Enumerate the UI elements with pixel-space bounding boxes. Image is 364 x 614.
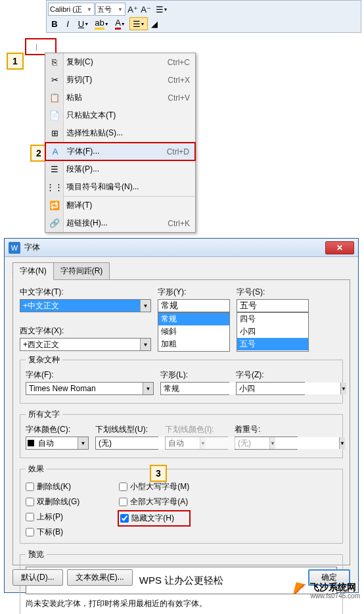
chevron-down-icon: ▼ [86, 7, 93, 12]
chevron-down-icon: ▼ [143, 383, 153, 394]
preview-note: 尚未安装此字体，打印时将采用最相近的有效字体。 [26, 598, 337, 609]
chevron-down-icon: ▼ [117, 7, 124, 12]
tab-spacing[interactable]: 字符间距(R) [53, 262, 110, 280]
size-listbox[interactable]: 四号 小四 五号 [237, 312, 309, 352]
underline-button[interactable]: U▼ [74, 17, 93, 30]
paste-special-icon: ⊞ [49, 128, 60, 139]
font-color-combo[interactable]: ▼ [26, 437, 89, 450]
menu-bullets[interactable]: ⋮⋮ 项目符号和编号(N)... [45, 178, 195, 196]
style-listbox[interactable]: 常规 倾斜 加粗 [158, 312, 230, 352]
menu-hyperlink[interactable]: 🔗 超链接(H)... Ctrl+K [45, 214, 195, 232]
list-item[interactable]: 常规 [158, 313, 229, 325]
tab-font[interactable]: 字体(N) [12, 262, 54, 280]
translate-icon: 🔁 [49, 201, 60, 211]
complex-font-input[interactable] [26, 383, 143, 394]
font-color-input[interactable] [35, 437, 78, 449]
menu-paste-special[interactable]: ⊞ 选择性粘贴(S)... [45, 124, 195, 142]
paste-icon: 📋 [49, 93, 60, 103]
paste-text-icon: 📄 [49, 110, 60, 121]
menu-font[interactable]: A 字体(F)... Ctrl+D [45, 142, 196, 161]
superscript-checkbox[interactable]: 上标(P) [26, 511, 80, 523]
west-font-label: 西文字体(X): [20, 325, 151, 337]
style-label: 字形(Y): [158, 287, 230, 298]
font-dialog: W 字体 ✕ 字体(N) 字符间距(R) 中文字体(T): ▼ 西文字体(X): [4, 238, 359, 593]
font-color-button[interactable]: A▼ [111, 17, 129, 30]
chevron-down-icon: ▼ [339, 437, 345, 449]
complex-legend: 复杂文种 [26, 354, 62, 366]
list-item[interactable]: 倾斜 [158, 325, 229, 338]
text-effects-button[interactable]: 文本效果(E)... [67, 569, 133, 586]
line-spacing-button[interactable]: ☰▼ [152, 3, 171, 16]
alltext-legend: 所有文字 [26, 409, 62, 420]
effects-legend: 效果 [26, 463, 47, 475]
decrease-font-button[interactable]: A⁻ [139, 3, 152, 16]
strike-checkbox[interactable]: 删除线(K) [26, 481, 80, 492]
complex-font-combo[interactable]: ▼ [26, 382, 154, 395]
bold-button[interactable]: B [48, 17, 61, 30]
font-size-input[interactable] [97, 5, 117, 13]
subscript-checkbox[interactable]: 下标(B) [26, 527, 80, 538]
copy-icon: ⎘ [49, 57, 60, 68]
size-input[interactable] [237, 299, 309, 312]
menu-copy[interactable]: ⎘ 复制(C) Ctrl+C [45, 53, 195, 71]
default-button[interactable]: 默认(D)... [12, 569, 63, 586]
style-input[interactable] [158, 299, 230, 312]
callout-1: 1 [7, 53, 24, 70]
list-item[interactable]: 小四 [237, 325, 308, 338]
dialog-title: 字体 [24, 242, 325, 253]
watermark-url: www.fs0745.com [310, 592, 360, 600]
close-button[interactable]: ✕ [325, 241, 354, 254]
menu-paste[interactable]: 📋 粘贴 Ctrl+V [45, 89, 195, 106]
complex-font-label: 字体(F): [26, 369, 154, 381]
font-family-combo[interactable]: ▼ [48, 3, 95, 16]
emphasis-label: 着重号: [235, 424, 298, 435]
underline-style-combo[interactable]: ▼ [95, 437, 158, 450]
list-item[interactable]: 五号 [237, 338, 308, 350]
bullets-icon: ⋮⋮ [49, 182, 60, 193]
list-item[interactable]: 四号 [237, 313, 308, 325]
italic-button[interactable]: I [61, 17, 74, 30]
font-size-combo[interactable]: ▼ [95, 3, 125, 16]
eraser-button[interactable]: ◢ [148, 17, 161, 30]
complex-style-combo[interactable]: ▼ [160, 382, 229, 395]
chevron-down-icon: ▼ [140, 300, 150, 312]
west-font-combo[interactable]: ▼ [20, 338, 151, 351]
app-icon: W [9, 242, 20, 254]
chevron-down-icon: ▼ [340, 383, 346, 394]
watermark-icon [293, 582, 307, 597]
menu-cut[interactable]: ✂ 剪切(T) Ctrl+X [45, 71, 195, 89]
effects-fieldset: 效果 删除线(K) 双删除线(G) 上标(P) 下标(B) 小型大写字母(M) … [20, 463, 343, 544]
all-caps-checkbox[interactable]: 全部大写字母(A) [119, 496, 189, 508]
size-label: 字号(S): [237, 287, 309, 298]
hidden-text-checkbox[interactable]: 隐藏文字(H) [118, 510, 191, 527]
complex-size-input[interactable] [237, 383, 340, 394]
highlight-button[interactable]: ab▼ [93, 17, 111, 30]
preview-legend: 预览 [26, 549, 47, 560]
cut-icon: ✂ [49, 75, 60, 85]
menu-translate[interactable]: 🔁 翻译(T) [45, 197, 195, 214]
underline-color-combo: ▼ [165, 437, 228, 450]
cn-font-combo[interactable]: ▼ [20, 299, 151, 312]
context-menu: ⎘ 复制(C) Ctrl+C ✂ 剪切(T) Ctrl+X 📋 粘贴 Ctrl+… [45, 53, 196, 233]
menu-paragraph[interactable]: ☰ 段落(P)... [45, 160, 195, 178]
hyperlink-icon: 🔗 [49, 218, 60, 229]
complex-size-label: 字号(Z): [236, 369, 305, 381]
small-caps-checkbox[interactable]: 小型大写字母(M) [119, 481, 189, 492]
chevron-down-icon: ▼ [78, 437, 88, 449]
cn-font-input[interactable] [20, 300, 140, 312]
complex-size-combo[interactable]: ▼ [236, 382, 305, 395]
complex-style-label: 字形(L): [160, 369, 229, 381]
font-icon: A [50, 147, 60, 157]
watermark: 飞沙系统网 www.fs0745.com [293, 582, 360, 600]
underline-color-input [166, 437, 269, 449]
double-strike-checkbox[interactable]: 双删除线(G) [26, 496, 80, 508]
west-font-input[interactable] [20, 339, 140, 350]
dialog-titlebar[interactable]: W 字体 ✕ [5, 239, 358, 257]
font-family-input[interactable] [50, 5, 86, 13]
menu-paste-text[interactable]: 📄 只粘贴文本(T) [45, 106, 195, 124]
list-item[interactable]: 加粗 [158, 338, 229, 350]
underline-color-label: 下划线颜色(I): [165, 424, 228, 435]
formatting-toolbar: ▼ ▼ A⁺ A⁻ ☰▼ B I U▼ ab▼ A▼ ☰▼ ◢ [46, 0, 361, 33]
alignment-button[interactable]: ☰▼ [129, 17, 148, 30]
increase-font-button[interactable]: A⁺ [126, 3, 139, 16]
